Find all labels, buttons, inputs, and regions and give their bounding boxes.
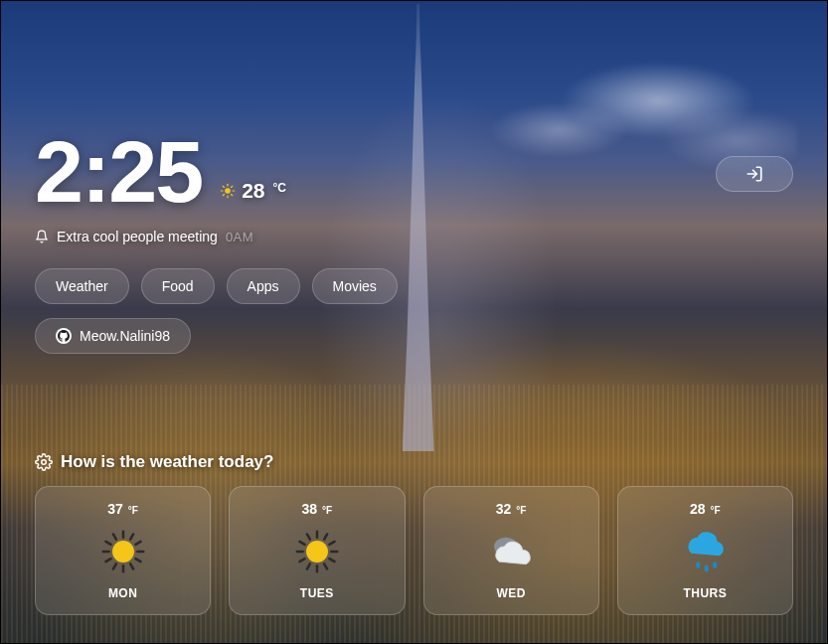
tab-label: Movies: [333, 278, 377, 294]
svg-line-16: [113, 564, 116, 568]
forecast-temp: 37 °F: [107, 501, 138, 517]
current-temp: 28 °C: [220, 179, 286, 211]
forecast-row: 37 °FMON38 °FTUES32 °FWED28 °FTHURS: [35, 486, 793, 615]
svg-line-20: [113, 534, 116, 539]
event-text: Extra cool people meeting: [57, 229, 218, 244]
forecast-temp: 32 °F: [496, 501, 527, 517]
svg-point-24: [306, 541, 328, 563]
weather-title-text: How is the weather today?: [61, 452, 273, 472]
tab-apps[interactable]: Apps: [227, 268, 300, 304]
weather-section-title: How is the weather today?: [35, 452, 793, 472]
svg-line-35: [324, 534, 327, 539]
rainy-icon: [678, 525, 732, 578]
forecast-temp: 28 °F: [690, 501, 721, 517]
svg-point-40: [713, 562, 717, 568]
tab-movies[interactable]: Movies: [312, 268, 398, 304]
user-pill[interactable]: Meow.Nalini98: [35, 318, 191, 354]
tab-label: Food: [162, 278, 194, 294]
svg-line-9: [232, 186, 233, 187]
svg-line-32: [299, 542, 304, 545]
svg-line-29: [307, 564, 310, 568]
svg-line-7: [232, 195, 233, 196]
sunny-icon: [96, 525, 150, 578]
svg-line-27: [324, 564, 327, 568]
forecast-day: TUES: [300, 586, 334, 600]
logout-icon: [745, 165, 763, 183]
svg-line-6: [223, 186, 224, 187]
gear-icon: [35, 453, 53, 471]
svg-point-39: [705, 565, 709, 572]
forecast-day: MON: [108, 586, 138, 600]
tab-label: Apps: [248, 278, 279, 294]
forecast-card[interactable]: 28 °FTHURS: [617, 486, 793, 615]
tab-weather[interactable]: Weather: [35, 268, 129, 304]
current-temp-value: 28: [242, 179, 264, 203]
forecast-day: THURS: [683, 586, 727, 600]
svg-line-17: [105, 559, 110, 562]
forecast-card[interactable]: 38 °FTUES: [229, 486, 405, 615]
svg-line-19: [105, 542, 110, 545]
svg-point-1: [225, 188, 231, 194]
current-temp-unit: °C: [273, 181, 286, 195]
event-reminder: Extra cool people meeting 0AM: [35, 229, 793, 244]
svg-line-22: [130, 534, 133, 539]
svg-line-30: [299, 559, 304, 562]
github-icon: [56, 328, 72, 344]
svg-point-38: [697, 562, 701, 568]
tab-food[interactable]: Food: [141, 268, 215, 304]
bell-icon: [35, 230, 49, 243]
sunny-icon: [290, 525, 344, 578]
svg-line-23: [135, 542, 140, 545]
forecast-day: WED: [496, 586, 526, 600]
svg-point-10: [42, 460, 47, 465]
tab-label: Weather: [56, 278, 108, 294]
event-time: 0AM: [226, 230, 253, 244]
forecast-card[interactable]: 37 °FMON: [35, 486, 211, 615]
svg-point-11: [112, 541, 134, 563]
svg-line-13: [135, 559, 140, 562]
cloudy-icon: [484, 525, 538, 578]
svg-line-14: [130, 564, 133, 568]
tab-row: Weather Food Apps Movies: [35, 268, 793, 304]
user-name: Meow.Nalini98: [80, 328, 170, 344]
svg-line-8: [223, 195, 224, 196]
forecast-card[interactable]: 32 °FWED: [423, 486, 599, 615]
svg-line-36: [329, 542, 334, 545]
sun-icon: [220, 183, 236, 199]
svg-line-26: [329, 559, 334, 562]
logout-button[interactable]: [716, 156, 793, 192]
forecast-temp: 38 °F: [302, 501, 333, 517]
svg-line-33: [307, 534, 310, 539]
clock-time: 2:25: [35, 132, 202, 211]
